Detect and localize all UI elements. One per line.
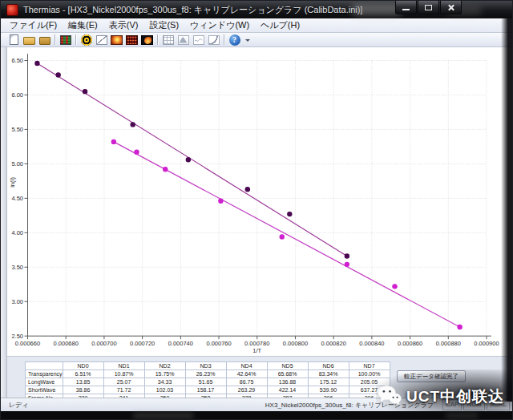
longwave-point bbox=[134, 150, 139, 155]
table-cell: 263.29 bbox=[226, 386, 267, 394]
shortwave-point bbox=[130, 122, 135, 127]
table-cell: 175.12 bbox=[308, 378, 349, 386]
table-cell: 136.88 bbox=[267, 378, 308, 386]
shortwave-point bbox=[34, 61, 39, 66]
x-tick-label: 0.000780 bbox=[244, 340, 269, 347]
table-col-header: ND6 bbox=[308, 362, 349, 370]
table-cell: 10.87% bbox=[103, 370, 144, 378]
menu-edit[interactable]: 編集(E) bbox=[63, 19, 103, 31]
menu-help[interactable]: ヘルプ(H) bbox=[255, 19, 305, 31]
grid-table-icon[interactable] bbox=[160, 33, 176, 46]
window-title: Thermias - [HX3_Nickel2000fps_300us_f8: … bbox=[23, 4, 362, 16]
shortwave-point bbox=[186, 157, 191, 162]
watermark: UCT中创联达 bbox=[378, 385, 504, 408]
table-col-header: ND1 bbox=[103, 362, 144, 370]
chart-canvas: 6.506.005.505.004.504.003.503.002.500.00… bbox=[7, 47, 504, 356]
x-tick-label: 0.000900 bbox=[474, 340, 499, 347]
calibration-chart: 6.506.005.505.004.504.003.503.002.500.00… bbox=[7, 47, 512, 356]
table-row: LongWave13.8525.0734.3351.6586.75136.881… bbox=[26, 378, 390, 386]
histogram-glyph bbox=[178, 35, 189, 45]
menu-view[interactable]: 表示(V) bbox=[103, 19, 144, 31]
y-tick-label: 2.50 bbox=[11, 333, 23, 340]
sensor-grid-glyph bbox=[126, 35, 138, 45]
toolbar-separator bbox=[55, 34, 55, 45]
line-chart-icon[interactable] bbox=[94, 33, 109, 46]
y-axis-label: ln(I) bbox=[9, 176, 16, 187]
flame-image-icon[interactable] bbox=[139, 33, 155, 46]
x-tick-label: 0.000660 bbox=[15, 340, 40, 347]
watermark-smudge bbox=[133, 413, 193, 418]
shortwave-point bbox=[83, 89, 87, 94]
table-cell: 42.64% bbox=[226, 370, 267, 378]
x-tick-label: 0.000800 bbox=[283, 340, 308, 347]
window-controls bbox=[394, 1, 462, 14]
x-tick-label: 0.000700 bbox=[91, 340, 116, 347]
table-corner-cell bbox=[26, 362, 63, 370]
y-tick-label: 6.00 bbox=[11, 91, 23, 99]
detector-glyph bbox=[60, 35, 71, 45]
target-icon[interactable] bbox=[79, 33, 94, 46]
title-bar[interactable]: Thermias - [HX3_Nickel2000fps_300us_f8: … bbox=[1, 1, 512, 18]
menu-window[interactable]: ウィンドウ(W) bbox=[184, 19, 255, 31]
y-tick-label: 3.00 bbox=[11, 298, 23, 305]
maximize-icon bbox=[425, 5, 432, 10]
sensor-grid-icon[interactable] bbox=[124, 33, 139, 46]
table-row-label: LongWave bbox=[26, 378, 63, 386]
table-col-header: ND2 bbox=[144, 362, 185, 370]
close-button[interactable] bbox=[440, 1, 462, 14]
table-cell: 26.23% bbox=[185, 370, 226, 378]
grid-table-glyph bbox=[163, 35, 174, 45]
table-row-label: Transparency bbox=[26, 370, 63, 378]
longwave-point bbox=[280, 234, 285, 239]
detector-icon[interactable] bbox=[58, 33, 73, 46]
longwave-point bbox=[345, 262, 349, 267]
shortwave-point bbox=[345, 253, 349, 258]
new-file-glyph bbox=[10, 34, 18, 45]
maximize-button[interactable] bbox=[418, 1, 439, 14]
help-icon[interactable] bbox=[227, 33, 242, 46]
decline-curve-icon[interactable] bbox=[206, 33, 221, 46]
shortwave-point bbox=[55, 72, 60, 77]
open-folder-glyph bbox=[23, 37, 35, 45]
minimize-icon bbox=[402, 9, 410, 10]
toolbar bbox=[1, 33, 512, 47]
new-file-icon[interactable] bbox=[6, 33, 22, 46]
x-tick-label: 0.000880 bbox=[436, 340, 461, 347]
table-cell: 25.07 bbox=[103, 378, 144, 386]
table-cell: 38.86 bbox=[63, 386, 103, 394]
target-glyph bbox=[81, 34, 92, 46]
shortwave-point bbox=[245, 187, 250, 192]
toolbar-separator bbox=[157, 34, 158, 45]
table-cell: 102.03 bbox=[144, 386, 185, 394]
longwave-point bbox=[163, 167, 168, 172]
thermal-image-icon[interactable] bbox=[109, 33, 124, 46]
minimize-button[interactable] bbox=[395, 1, 417, 14]
y-tick-label: 3.50 bbox=[11, 264, 23, 271]
graph-window-icon[interactable] bbox=[191, 33, 206, 46]
toolbar-overflow-icon[interactable] bbox=[244, 34, 252, 45]
y-tick-label: 5.50 bbox=[11, 126, 23, 133]
watermark-right-band bbox=[501, 18, 512, 402]
open-folder-icon[interactable] bbox=[22, 33, 37, 46]
table-cell: 422.14 bbox=[267, 386, 308, 394]
x-tick-label: 0.000740 bbox=[168, 340, 193, 347]
table-row-label: ShortWave bbox=[26, 386, 63, 394]
menu-settings[interactable]: 設定(S) bbox=[143, 19, 184, 31]
table-row: Transparency6.51%10.87%15.75%26.23%42.64… bbox=[26, 370, 390, 378]
table-cell: 34.33 bbox=[144, 378, 185, 386]
table-cell: 15.75% bbox=[144, 370, 185, 378]
table-col-header: ND0 bbox=[63, 362, 103, 370]
table-cell: 158.17 bbox=[185, 386, 226, 394]
longwave-point bbox=[457, 325, 462, 329]
calibration-table: ND0ND1ND2ND3ND4ND5ND6ND7Transparency6.51… bbox=[25, 361, 390, 402]
x-tick-label: 0.000680 bbox=[54, 340, 79, 347]
folder-icon[interactable] bbox=[37, 33, 52, 46]
x-tick-label: 0.000840 bbox=[359, 340, 384, 347]
table-cell: 51.65 bbox=[185, 378, 226, 386]
histogram-icon[interactable] bbox=[176, 33, 191, 46]
table-col-header: ND5 bbox=[267, 362, 308, 370]
menu-file[interactable]: ファイル(F) bbox=[4, 19, 63, 31]
mdi-client-area: 6.506.005.505.004.504.003.503.002.500.00… bbox=[1, 47, 512, 398]
close-icon bbox=[447, 4, 454, 11]
x-tick-label: 0.000760 bbox=[206, 340, 231, 347]
